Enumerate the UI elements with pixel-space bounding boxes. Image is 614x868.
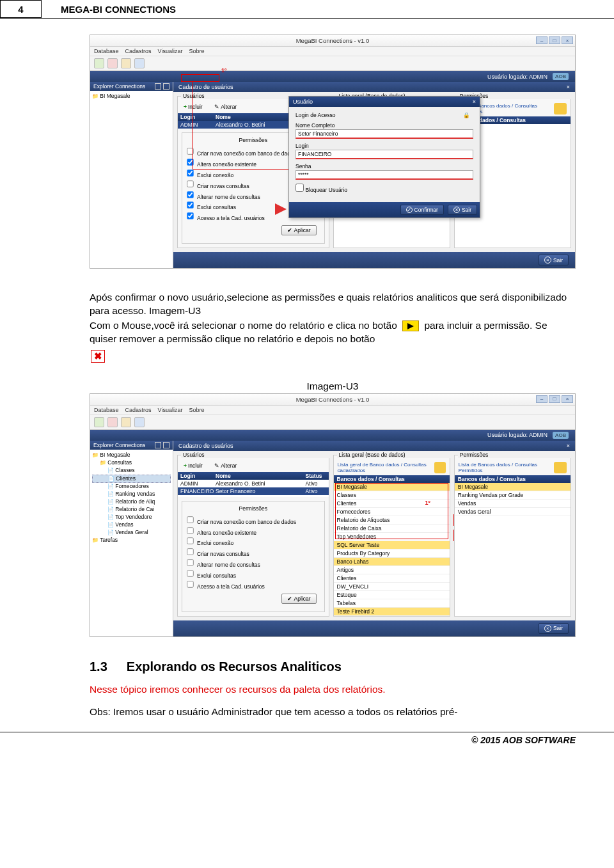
- permission-check[interactable]: Acesso a tela Cad. usuários: [186, 580, 320, 591]
- senha-input[interactable]: [295, 170, 473, 180]
- tool-user-icon[interactable]: [121, 417, 131, 427]
- tree-item[interactable]: Top Vendedore: [92, 514, 171, 521]
- list-item[interactable]: BI Megasale: [455, 483, 571, 491]
- window-controls[interactable]: – □ ×: [536, 395, 573, 403]
- sair-button[interactable]: ×Sair: [539, 255, 569, 265]
- screenshot-2: MegaBI Connections - v1.0 – □ × Database…: [90, 393, 576, 637]
- close-icon[interactable]: ×: [562, 395, 573, 403]
- menu-item[interactable]: Sobre: [189, 48, 204, 54]
- menubar[interactable]: DatabaseCadastrosVisualizarSobre: [90, 47, 575, 56]
- tree-item[interactable]: Clientes: [92, 475, 171, 484]
- list-item[interactable]: Relatorio de Caixa: [334, 525, 450, 533]
- permission-check[interactable]: Criar novas consultas: [186, 548, 320, 558]
- permission-check[interactable]: Alterar nome de consultas: [186, 558, 320, 569]
- list-item[interactable]: Classes: [334, 491, 450, 500]
- lista-body[interactable]: 1º2ºBI MegasaleClassesClientesFornecedor…: [334, 483, 450, 616]
- list-item[interactable]: Relatorio de Aliquotas: [334, 516, 450, 525]
- aplicar-button[interactable]: ✔ Aplicar: [281, 225, 317, 235]
- toolbar[interactable]: [90, 56, 575, 71]
- list-item[interactable]: DW_VENCLI: [334, 583, 450, 591]
- aplicar-button[interactable]: ✔ Aplicar: [281, 594, 317, 604]
- tool-db-icon[interactable]: [94, 417, 104, 427]
- list-item[interactable]: Estoque: [334, 591, 450, 599]
- tree-item[interactable]: Relatorio de Cai: [92, 506, 171, 514]
- side-tool-icon[interactable]: [155, 442, 161, 448]
- menu-item[interactable]: Sobre: [189, 407, 204, 413]
- list-item[interactable]: Tabelas: [334, 599, 450, 608]
- tool-del-icon[interactable]: [107, 58, 118, 68]
- tool-del-icon[interactable]: [107, 417, 118, 427]
- alterar-button[interactable]: ✎Alterar: [212, 462, 239, 470]
- panel-close-icon[interactable]: ×: [567, 443, 570, 449]
- list-item[interactable]: Artigos: [334, 566, 450, 574]
- incluir-button[interactable]: +Incluir: [181, 462, 205, 470]
- table-row[interactable]: FINANCEIROSetor FinanceiroAtivo: [178, 487, 329, 495]
- menu-item[interactable]: Database: [94, 407, 119, 413]
- list-item[interactable]: Top Vendedores: [334, 533, 450, 541]
- table-row[interactable]: ADMINAlexsandro O. BetiniAtivo: [178, 480, 329, 487]
- side-tool-icon[interactable]: [163, 83, 169, 90]
- tree-item[interactable]: Consultas: [92, 459, 171, 467]
- side-tool-icon[interactable]: [155, 83, 161, 90]
- side-tool-icon[interactable]: [163, 442, 169, 448]
- maximize-icon[interactable]: □: [549, 395, 560, 403]
- users-table-body[interactable]: ADMINAlexsandro O. BetiniAtivoFINANCEIRO…: [178, 480, 329, 495]
- tree-item[interactable]: Fornecedores: [92, 483, 171, 491]
- menu-item[interactable]: Cadastros: [125, 48, 152, 54]
- permission-check[interactable]: Exclui consultas: [186, 569, 320, 580]
- permission-checks[interactable]: Criar nova conexão com banco de dadosAlt…: [186, 516, 320, 591]
- tool-user-icon[interactable]: [121, 58, 131, 68]
- login-label: Login: [295, 143, 473, 149]
- tree-item[interactable]: Vendas Geral: [92, 529, 171, 537]
- tool-refresh-icon[interactable]: [134, 58, 145, 68]
- tree-item[interactable]: Vendas: [92, 521, 171, 529]
- minimize-icon[interactable]: –: [536, 36, 547, 44]
- panel-close-icon[interactable]: ×: [567, 84, 570, 90]
- list-item[interactable]: Vendas: [455, 500, 571, 508]
- menu-item[interactable]: Visualizar: [158, 48, 183, 54]
- list-item[interactable]: Vendas Geral: [455, 508, 571, 516]
- list-item[interactable]: Fornecedores: [334, 508, 450, 516]
- list-item[interactable]: Clientes: [334, 500, 450, 508]
- list-item[interactable]: Products By Category: [334, 549, 450, 558]
- dialog-close-icon[interactable]: ×: [473, 99, 476, 105]
- explorer-tree[interactable]: BI Megasale: [90, 91, 173, 268]
- nome-completo-input[interactable]: [295, 129, 473, 139]
- confirmar-button[interactable]: ✓ Confirmar: [400, 205, 444, 215]
- tree-item[interactable]: Tarefas: [92, 537, 171, 544]
- menu-item[interactable]: Visualizar: [158, 407, 183, 413]
- window-controls[interactable]: – □ ×: [536, 36, 573, 44]
- menu-item[interactable]: Cadastros: [125, 407, 152, 413]
- permission-check[interactable]: Altera conexão existente: [186, 526, 320, 537]
- list-item[interactable]: Banco Lahas: [334, 558, 450, 566]
- list-item[interactable]: Ranking Vendas por Grade: [455, 491, 571, 500]
- tool-refresh-icon[interactable]: [134, 417, 145, 427]
- permission-check[interactable]: Exclui conexão: [186, 537, 320, 548]
- minimize-icon[interactable]: –: [536, 395, 547, 403]
- toolbar[interactable]: [90, 415, 575, 430]
- list-item[interactable]: BI Megasale: [334, 483, 450, 491]
- panel-footer: ×Sair: [173, 252, 575, 268]
- close-icon[interactable]: ×: [562, 36, 573, 44]
- tree-item[interactable]: BI Megasale: [92, 93, 171, 100]
- dialog-sair-button[interactable]: × Sair: [448, 205, 477, 215]
- login-input[interactable]: [295, 150, 473, 159]
- sair-button[interactable]: ×Sair: [539, 623, 569, 634]
- plus-icon: +: [184, 462, 187, 469]
- menu-item[interactable]: Database: [94, 48, 119, 54]
- tree-item[interactable]: Classes: [92, 467, 171, 475]
- explorer-tree[interactable]: BI MegasaleConsultasClassesClientesForne…: [90, 450, 173, 636]
- menubar[interactable]: DatabaseCadastrosVisualizarSobre: [90, 406, 575, 415]
- tree-item[interactable]: Ranking Vendas: [92, 491, 171, 498]
- list-item[interactable]: Clientes: [334, 574, 450, 583]
- list-item[interactable]: SQL Server Teste: [334, 541, 450, 549]
- maximize-icon[interactable]: □: [549, 36, 560, 44]
- perm-list-body[interactable]: BI MegasaleRanking Vendas por GradeVenda…: [455, 483, 571, 516]
- tool-db-icon[interactable]: [94, 58, 104, 68]
- aplicar-label: Aplicar: [294, 596, 311, 602]
- list-item[interactable]: Teste Firebird 2: [334, 608, 450, 616]
- tree-item[interactable]: Relatorio de Aliq: [92, 498, 171, 506]
- bloquear-checkbox[interactable]: Bloquear Usuário: [295, 187, 347, 193]
- tree-item[interactable]: BI Megasale: [92, 452, 171, 459]
- permission-check[interactable]: Criar nova conexão com banco de dados: [186, 516, 320, 526]
